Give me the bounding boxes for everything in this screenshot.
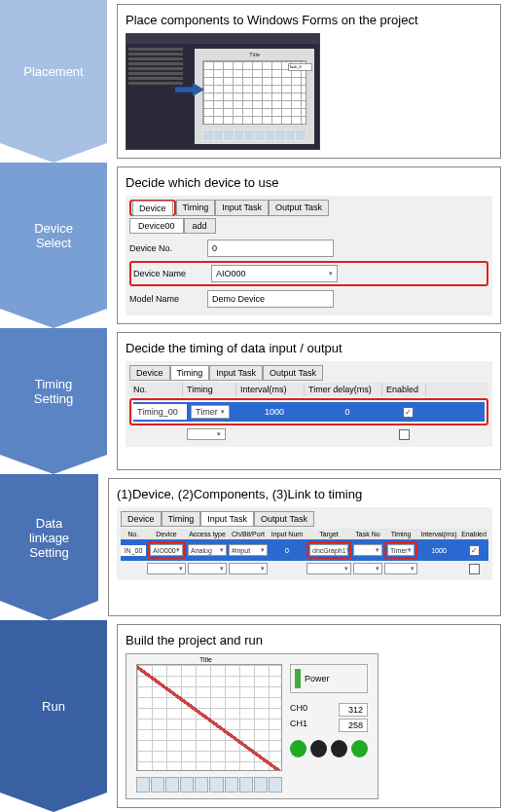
highlight-device-name: Device Name AIO000 ▾ (129, 261, 488, 286)
tab-output-task[interactable]: Output Task (263, 365, 323, 381)
col-target: Target (306, 529, 352, 539)
ch1-value: 258 (339, 719, 368, 732)
step-title: (1)Device, (2)Components, (3)Link to tim… (117, 487, 492, 501)
timing-delay[interactable]: 0 (308, 404, 386, 420)
empty-checkbox[interactable] (469, 564, 480, 574)
chevron-down-icon: ▾ (344, 565, 348, 572)
model-name-input[interactable]: Demo Device (207, 290, 334, 308)
toolbar-button[interactable] (136, 777, 150, 793)
timing-interval[interactable]: 1000 (240, 404, 308, 420)
chevron-down-icon: ▾ (411, 565, 415, 572)
link-target-dropdown[interactable]: dncGraph1▾ (309, 544, 348, 556)
device-no-label: Device No. (129, 243, 207, 253)
chevron-down-icon: ▾ (329, 270, 333, 277)
subtab-device00[interactable]: Device00 (129, 218, 184, 234)
timing-enabled-checkbox-empty[interactable] (399, 429, 410, 440)
tab-timing[interactable]: Timing (176, 200, 216, 216)
col-access: Access type (187, 529, 228, 539)
ch1-label: CH1 (290, 719, 307, 732)
empty-dropdown[interactable]: ▾ (229, 563, 268, 574)
tab-input-task[interactable]: Input Task (200, 511, 254, 527)
chart-legend: Task_0 (288, 63, 312, 71)
empty-dropdown[interactable]: ▾ (353, 563, 382, 574)
toolbar-button[interactable] (180, 777, 194, 793)
toolbar-button[interactable] (209, 777, 223, 793)
step-label-run: Run (0, 620, 107, 793)
tab-device[interactable]: Device (132, 201, 173, 216)
link-chbit-dropdown[interactable]: #input▾ (229, 544, 268, 556)
linkage-row[interactable]: IN_00 AIO000▾ Analog▾ #input▾ 0 dncGraph… (121, 539, 488, 561)
device-name-label: Device Name (133, 269, 211, 278)
tab-device[interactable]: Device (129, 365, 170, 381)
col-interval: Interval(ms) (418, 529, 459, 539)
highlight-device: AIO000▾ (147, 541, 186, 559)
empty-dropdown[interactable]: ▾ (147, 563, 186, 574)
toolbar-button[interactable] (254, 777, 268, 793)
tab-input-task[interactable]: Input Task (209, 365, 263, 381)
linkage-panel: Device Timing Input Task Output Task No.… (117, 507, 492, 580)
step-title: Decide which device to use (126, 175, 492, 190)
link-enabled-checkbox[interactable]: ✓ (469, 545, 480, 556)
ch0-label: CH0 (290, 703, 307, 717)
timing-enabled-checkbox[interactable]: ✓ (403, 407, 414, 418)
tab-timing[interactable]: Timing (162, 511, 201, 527)
link-inputnum[interactable]: 0 (269, 545, 306, 556)
col-taskno: Task No (352, 529, 383, 539)
run-screenshot: Title Power CH0 312 (126, 653, 379, 799)
col-device: Device (146, 529, 187, 539)
tab-timing[interactable]: Timing (170, 365, 210, 381)
empty-dropdown[interactable]: ▾ (384, 563, 417, 574)
chevron-down-icon: ▾ (346, 546, 350, 554)
tab-input-task[interactable]: Input Task (215, 200, 269, 216)
empty-dropdown[interactable]: ▾ (188, 563, 227, 574)
col-enabled: Enabled (382, 383, 426, 396)
device-panel: Device Timing Input Task Output Task Dev… (126, 196, 492, 315)
chevron-down-icon: ▾ (376, 546, 379, 554)
tab-output-task[interactable]: Output Task (269, 200, 329, 216)
led-green-icon (351, 740, 368, 757)
toolbar-button[interactable] (239, 777, 253, 793)
timing-type-dropdown[interactable]: Timer▾ (191, 405, 230, 419)
toolbar-button[interactable] (165, 777, 179, 793)
empty-dropdown[interactable]: ▾ (307, 563, 351, 574)
timing-row[interactable]: Timing_00 Timer▾ 1000 0 ✓ (133, 402, 485, 422)
col-timing: Timing (183, 383, 236, 396)
link-device-dropdown[interactable]: AIO000▾ (150, 544, 183, 556)
device-name-dropdown[interactable]: AIO000 ▾ (211, 265, 338, 282)
link-access-dropdown[interactable]: Analog▾ (188, 544, 227, 556)
highlight-device-tab: Device (129, 200, 176, 216)
col-inputnum: Input Num (269, 529, 306, 539)
tab-device[interactable]: Device (121, 511, 162, 527)
model-name-label: Model Name (129, 294, 207, 304)
device-no-input[interactable]: 0 (207, 240, 334, 257)
step-timing: Timing Setting Decide the timing of data… (0, 328, 505, 474)
subtab-add[interactable]: add (184, 218, 216, 234)
run-chart-title: Title (199, 656, 212, 663)
power-bar-icon (295, 669, 301, 688)
toolbar-button[interactable] (225, 777, 238, 793)
timing-type-dropdown-empty[interactable]: ▾ (187, 428, 226, 440)
link-timing-dropdown[interactable]: Timer▾ (387, 544, 415, 556)
step-title: Build the project and run (126, 633, 492, 647)
chevron-down-icon: ▾ (179, 565, 183, 572)
toolbar-button[interactable] (269, 777, 282, 793)
link-no: IN_00 (121, 545, 146, 556)
link-interval[interactable]: 1000 (418, 545, 459, 556)
step-label-linkage: Data linkage Setting (0, 474, 98, 601)
power-button[interactable]: Power (290, 664, 368, 693)
chevron-down-icon: ▾ (376, 565, 379, 572)
col-chbit: Ch/Bit/Port (228, 529, 269, 539)
chevron-down-icon: ▾ (261, 565, 265, 572)
tab-output-task[interactable]: Output Task (254, 511, 314, 527)
led-green-icon (290, 740, 307, 757)
highlight-target: dncGraph1▾ (307, 541, 351, 559)
link-taskno-dropdown[interactable]: ▾ (353, 544, 382, 556)
col-interval: Interval(ms) (236, 383, 305, 396)
timing-panel: Device Timing Input Task Output Task No.… (126, 361, 492, 447)
led-off-icon (310, 740, 327, 757)
toolbar-button[interactable] (195, 777, 208, 793)
toolbar-button[interactable] (151, 777, 164, 793)
highlight-timing: Timer▾ (384, 541, 417, 559)
led-off-icon (331, 740, 347, 757)
chevron-down-icon: ▾ (221, 408, 225, 416)
